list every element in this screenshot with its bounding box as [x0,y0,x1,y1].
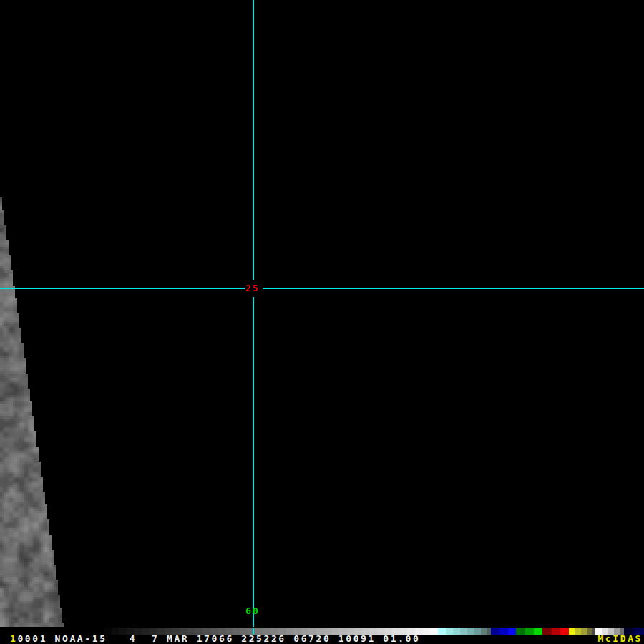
frame-label: 10001 NOAA-15 4 7 MAR 17066 225226 06720… [10,634,420,644]
colorbar-color-step [569,628,575,635]
colorbar-gray-step [430,628,438,635]
colorbar-color-step [581,628,587,635]
colorbar-color-step [438,628,446,635]
colorbar-color-step [587,628,592,635]
colorbar-color-step [453,628,460,635]
colorbar-color-step [534,628,542,635]
colorbar-color-step [542,628,552,635]
colorbar-color-step [481,628,487,635]
crosshair-vertical-line-lower [253,297,254,635]
colorbar-color-step [499,628,508,635]
colorbar-color-step [508,628,516,635]
crosshair-horizontal-line-left [0,288,245,289]
mcidas-image-display[interactable]: 25 60 10001 NOAA-15 4 7 MAR 17066 225226… [0,0,644,644]
colorbar-color-step [474,628,481,635]
cursor-element-value-label: 60 [243,606,263,616]
colorbar-color-step [446,628,453,635]
colorbar-color-step [516,628,525,635]
colorbar-color-step [491,628,499,635]
crosshair-horizontal-line-right [263,288,644,289]
colorbar-color-step [552,628,560,635]
frame-number-label: 1 [10,633,17,644]
colorbar-color-step [575,628,581,635]
crosshair-vertical-line-upper [253,0,254,280]
frame-text-label: 0001 NOAA-15 4 7 MAR 17066 225226 06720 … [17,633,420,644]
mcidas-brand-label: McIDAS [597,634,643,644]
colorbar-color-step [467,628,474,635]
colorbar-color-step [525,628,534,635]
cursor-line-value-label: 25 [243,283,263,293]
colorbar-color-step [460,628,467,635]
satellite-swath-image [0,193,66,627]
colorbar-color-step [560,628,569,635]
colorbar-gray-step [423,628,431,635]
colorbar-cursor-tick [253,628,254,635]
status-bar: 10001 NOAA-15 4 7 MAR 17066 225226 06720… [0,627,644,644]
